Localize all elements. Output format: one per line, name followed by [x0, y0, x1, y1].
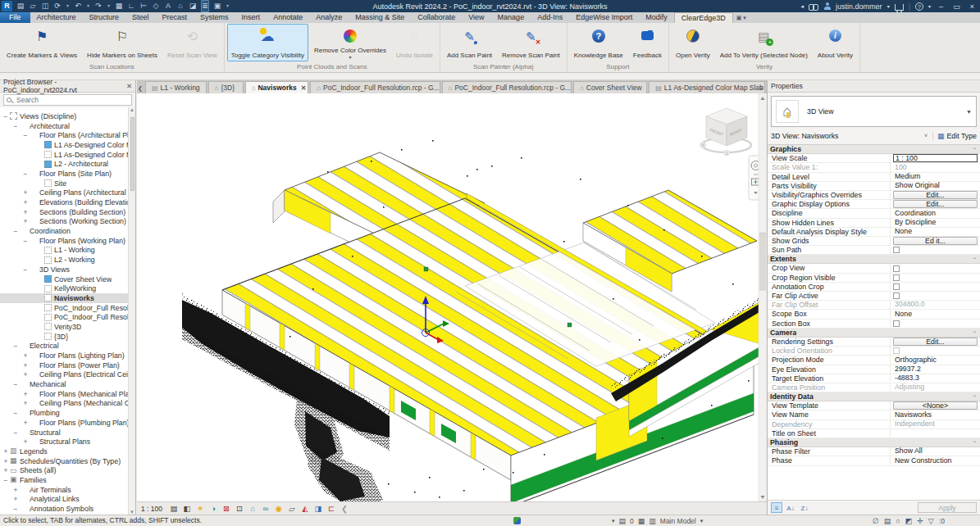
tab-list-menu-icon[interactable]: ≡ — [759, 84, 763, 92]
view-tab[interactable]: ⌂ PoC_Indoor_Full Resolution.rcp - G... — [310, 81, 440, 93]
ribbon-tab[interactable]: Systems — [194, 12, 235, 23]
help-icon[interactable] — [915, 2, 923, 11]
ribbon-collapse-arrow[interactable]: ◂ — [801, 3, 805, 10]
tree-expander[interactable]: + — [2, 457, 10, 465]
tree-item[interactable]: − Plumbing — [0, 408, 135, 418]
property-value[interactable]: Coordination — [893, 210, 978, 218]
ribbon-button[interactable]: Feedback — [629, 24, 666, 61]
property-value[interactable]: Edit... — [893, 191, 978, 199]
edit-type-button[interactable]: ▦ Edit Type — [932, 132, 977, 140]
reveal-constraints-icon[interactable]: ⊏ — [326, 504, 336, 513]
design-option-caret[interactable]: ▾ — [700, 518, 704, 524]
tag-by-category-icon[interactable]: ◇ — [152, 1, 160, 11]
property-value[interactable]: 304800.0 — [893, 301, 978, 309]
ribbon-tab[interactable]: Analyze — [309, 12, 349, 23]
ribbon-tab[interactable]: Collaborate — [411, 12, 462, 23]
ribbon-tab[interactable]: Insert — [235, 12, 267, 23]
ribbon-tab[interactable]: EdgeWise Import — [569, 12, 639, 23]
tree-expander[interactable]: − — [2, 112, 10, 120]
search-icon[interactable] — [809, 3, 818, 10]
tree-item[interactable]: Site — [0, 179, 135, 188]
instance-selector-caret[interactable]: ˅ — [924, 133, 928, 138]
property-value[interactable]: None — [893, 228, 978, 236]
tree-item[interactable]: − 3D Views — [0, 265, 135, 274]
tree-item[interactable]: + Analytical Links — [0, 495, 135, 505]
tree-item[interactable]: {3D} — [0, 332, 135, 342]
temporary-view-properties-icon[interactable]: ▱ — [287, 504, 297, 513]
property-value[interactable]: 29937.2 — [893, 365, 978, 374]
worksharing-status-icon[interactable] — [513, 517, 521, 524]
property-value[interactable]: Show Original — [893, 182, 978, 190]
tree-expander[interactable]: − — [11, 380, 20, 388]
ribbon-button[interactable]: Open Verity — [672, 24, 714, 61]
tree-item[interactable]: + Legends — [0, 447, 135, 456]
restore-button[interactable]: ▭ — [951, 2, 962, 11]
ribbon-button[interactable]: Undo Isolate — [392, 24, 437, 61]
tree-expander[interactable]: + — [11, 486, 20, 494]
select-underlay-toggle[interactable]: ▤ — [884, 516, 891, 526]
switch-windows-icon[interactable]: ▣ — [213, 1, 221, 11]
open-icon[interactable]: ▱ — [29, 1, 37, 11]
sort-ascending-icon[interactable]: A↓ — [785, 502, 796, 513]
tree-item[interactable]: Verity3D — [0, 322, 135, 332]
tree-expander[interactable]: − — [11, 342, 20, 350]
scroll-up-icon[interactable]: ▲ — [130, 107, 134, 112]
undo-icon[interactable]: ↶ — [74, 1, 82, 11]
tree-item[interactable]: Cover Sheet View — [0, 274, 135, 284]
browser-scrollbar[interactable]: ▲ ▼ — [128, 107, 135, 515]
tree-item[interactable]: − Families — [0, 475, 135, 485]
ribbon-tab[interactable]: Steel — [125, 12, 156, 23]
tree-expander[interactable]: + — [21, 198, 30, 206]
tree-item[interactable]: L2 - Working — [0, 255, 135, 265]
tree-expander[interactable]: − — [21, 170, 30, 178]
tree-item[interactable]: − Floor Plans (Working Plan) — [0, 236, 135, 246]
text-icon[interactable]: A — [164, 1, 172, 11]
property-value[interactable] — [893, 265, 900, 272]
property-value[interactable]: Adjusting — [893, 383, 978, 392]
tree-expander[interactable]: − — [11, 409, 20, 417]
tree-item[interactable]: + Elevations (Building Elevation) — [0, 197, 135, 207]
instance-selector[interactable]: 3D View: Navisworks — [771, 132, 919, 140]
property-value[interactable] — [893, 292, 900, 299]
shadows-icon[interactable]: ◑ — [208, 504, 218, 513]
tree-item[interactable]: + Floor Plans (Plumbing Plan) — [0, 418, 135, 428]
property-value[interactable]: Orthographic — [893, 356, 978, 365]
property-value[interactable]: Independent — [893, 420, 978, 429]
ribbon-tab[interactable]: Modify — [639, 12, 674, 23]
search-input[interactable] — [15, 95, 129, 105]
property-value[interactable] — [893, 274, 900, 281]
tab-scroll-left-icon[interactable]: ❮ — [138, 85, 143, 92]
close-button[interactable]: × — [967, 2, 978, 11]
drag-on-selection-toggle[interactable]: ✛ — [917, 516, 923, 526]
temporary-hide-isolate-icon[interactable]: ∞ — [261, 504, 271, 513]
ribbon-button[interactable]: Knowledge Base — [570, 24, 627, 61]
tree-expander[interactable]: + — [2, 466, 10, 474]
crop-region-icon[interactable]: ⊡ — [235, 504, 244, 513]
property-value[interactable]: Medium — [893, 173, 978, 181]
tree-item[interactable]: + Ceiling Plans (Architectural Ceiling P… — [0, 188, 135, 198]
apply-button[interactable]: Apply — [918, 502, 977, 513]
tree-expander[interactable]: − — [21, 237, 30, 245]
aligned-dimension-icon[interactable]: ⊢ — [139, 1, 148, 11]
property-value[interactable]: 1 : 100 — [893, 154, 978, 162]
browser-search-box[interactable] — [3, 94, 132, 106]
tree-expander[interactable]: − — [11, 505, 20, 513]
tree-item[interactable]: + Air Terminals — [0, 485, 135, 495]
worksets-dialog-icon[interactable]: ▦ — [638, 516, 645, 526]
ribbon-button[interactable]: Add Scan Paint — [443, 24, 496, 61]
view-tab[interactable]: ⌂ PoC_Indoor_Full Resolution.rcp - G... — [442, 81, 572, 93]
ribbon-button[interactable]: Add To Verity (Selected Node) — [716, 24, 812, 61]
tree-item[interactable]: − Structural — [0, 428, 135, 438]
default-3d-view-icon[interactable]: ⌂ — [176, 1, 185, 11]
user-avatar-icon[interactable] — [823, 2, 831, 11]
tree-item[interactable]: + Sections (Building Section) — [0, 207, 135, 217]
active-workset-icon[interactable]: ▤ — [619, 516, 627, 526]
ribbon-tab[interactable]: File — [0, 12, 30, 23]
redo-icon[interactable]: ↷ — [94, 1, 103, 11]
filter-icon[interactable]: ▽ — [928, 516, 934, 526]
property-value[interactable]: Navisworks — [893, 411, 978, 419]
tree-item[interactable]: L2 - Architectural — [0, 159, 135, 169]
ribbon-tab[interactable]: ClearEdge3D — [674, 12, 733, 23]
property-value[interactable]: Edit... — [893, 338, 978, 346]
ribbon-button[interactable]: About Verity — [814, 24, 857, 61]
